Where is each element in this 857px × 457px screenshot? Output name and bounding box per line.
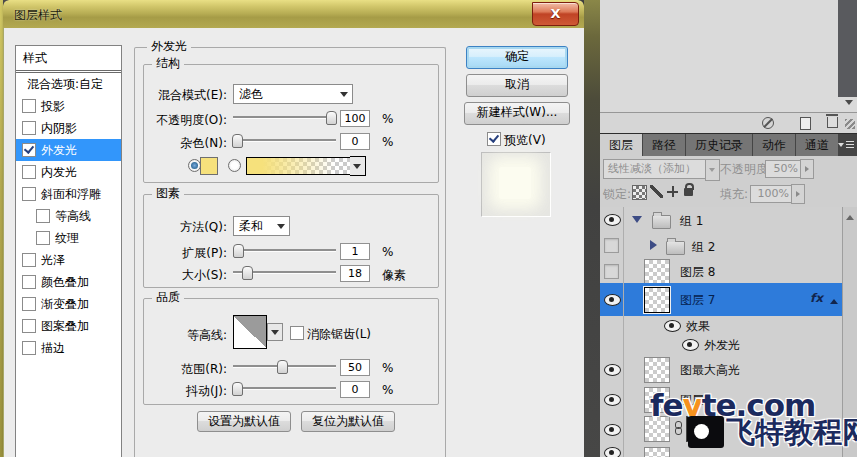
contour-picker[interactable] [233,315,267,349]
tab-actions[interactable]: 动作 [753,134,795,157]
resize-grip-icon[interactable] [845,119,855,129]
layer-row-layer-8[interactable]: 图层 8 [600,259,843,284]
delete-icon[interactable] [827,117,838,128]
layer-mask-thumbnail[interactable] [686,416,712,442]
tab-paths[interactable]: 路径 [643,134,685,157]
preview-checkbox[interactable] [487,132,501,146]
visibility-eye-icon[interactable] [604,447,621,457]
sidebar-item-stroke[interactable]: 描边 [16,337,121,359]
blend-mode-select[interactable]: 滤色 [233,84,353,104]
checkbox-checked[interactable] [22,143,36,157]
checkbox[interactable] [36,209,50,223]
layer-blend-mode-select[interactable]: 线性减淡（添加） [603,159,709,179]
expander-down-icon[interactable] [632,216,642,228]
size-input[interactable] [340,265,370,282]
sidebar-item-blending-options[interactable]: 混合选项:自定 [16,73,121,95]
expander-right-icon[interactable] [650,240,662,250]
sidebar-item-texture[interactable]: 纹理 [16,227,121,249]
clear-style-icon[interactable] [762,117,774,129]
lock-paint-icon[interactable] [650,185,663,198]
scroll-down-icon[interactable] [845,100,853,109]
visibility-eye-icon[interactable] [604,294,621,306]
layer-thumbnail[interactable] [644,447,670,457]
fx-badge[interactable]: fx [810,291,823,305]
jitter-slider[interactable] [233,381,336,394]
dialog-titlebar[interactable]: 图层样式 X [3,0,584,29]
fill-value[interactable]: 100% [750,185,794,203]
size-slider[interactable] [233,265,336,278]
tab-history[interactable]: 历史记录 [686,134,752,157]
sidebar-item-outer-glow[interactable]: 外发光 [16,139,121,161]
spread-slider[interactable] [233,243,336,256]
mask-link-icon[interactable] [674,421,682,435]
visibility-well[interactable] [604,264,619,279]
tab-channels[interactable]: 通道 [796,134,838,157]
checkbox[interactable] [36,231,50,245]
range-slider[interactable] [233,359,336,372]
sidebar-item-contour[interactable]: 等高线 [16,205,121,227]
sidebar-item-drop-shadow[interactable]: 投影 [16,95,121,117]
layer-row-obscured[interactable]: 图层 [600,385,843,415]
sidebar-item-gradient-overlay[interactable]: 渐变叠加 [16,293,121,315]
layer-thumbnail[interactable] [644,357,670,383]
visibility-eye-icon[interactable] [604,364,621,376]
opacity-input[interactable] [340,110,370,127]
visibility-eye-icon[interactable] [682,339,699,351]
visibility-well[interactable] [604,238,619,253]
layer-row-outer-glow-effect[interactable]: 外发光 [600,335,843,355]
glow-color-swatch[interactable] [200,157,218,175]
gradient-radio[interactable] [228,159,241,172]
checkbox[interactable] [22,165,36,179]
sidebar-item-satin[interactable]: 光泽 [16,249,121,271]
slider-thumb[interactable] [277,360,288,374]
slider-thumb[interactable] [232,382,243,396]
layer-thumbnail[interactable] [644,287,670,313]
sidebar-item-inner-shadow[interactable]: 内阴影 [16,117,121,139]
gradient-picker-arrow[interactable] [350,156,366,176]
cancel-button[interactable]: 取消 [466,74,568,97]
checkbox[interactable] [22,275,36,289]
new-style-button[interactable]: 新建样式(W)... [464,102,570,125]
contour-picker-arrow[interactable] [267,323,283,341]
layer-row-effects[interactable]: 效果 [600,316,843,336]
layer-thumbnail[interactable] [644,259,670,285]
layer-thumbnail[interactable] [644,387,670,413]
styles-list-header[interactable]: 样式 [16,46,121,73]
noise-input[interactable] [340,133,370,150]
slider-thumb[interactable] [232,134,243,148]
visibility-eye-icon[interactable] [604,424,621,436]
lock-transparency-icon[interactable] [632,185,647,200]
lock-position-icon[interactable] [666,185,679,198]
sidebar-item-inner-glow[interactable]: 内发光 [16,161,121,183]
slider-thumb[interactable] [233,244,244,258]
spread-input[interactable] [340,243,370,260]
set-default-button[interactable]: 设置为默认值 [197,411,291,432]
reset-default-button[interactable]: 复位为默认值 [301,411,395,432]
tab-layers[interactable]: 图层 [600,134,642,157]
layer-row-group-2[interactable]: 组 2 [600,233,843,260]
scroll-up-icon[interactable] [846,211,854,220]
panel-menu-icon[interactable] [838,141,854,151]
range-input[interactable] [340,359,370,376]
opacity-scrubber-icon[interactable] [800,159,814,179]
glow-gradient-bar[interactable] [246,157,351,175]
checkbox[interactable] [22,187,36,201]
checkbox[interactable] [22,341,36,355]
checkbox[interactable] [22,253,36,267]
layer-row-layer-7-selected[interactable]: 图层 7 fx [600,283,843,317]
layers-scrollbar[interactable] [842,207,857,457]
checkbox[interactable] [22,319,36,333]
sidebar-item-pattern-overlay[interactable]: 图案叠加 [16,315,121,337]
layer-row-partial[interactable] [600,444,843,457]
close-button[interactable]: X [532,2,579,26]
visibility-eye-icon[interactable] [604,214,621,226]
layer-row-group-1[interactable]: 组 1 [600,207,843,234]
ok-button[interactable]: 确定 [466,46,568,69]
checkbox[interactable] [22,121,36,135]
sidebar-item-bevel-emboss[interactable]: 斜面和浮雕 [16,183,121,205]
opacity-slider[interactable] [233,110,336,123]
new-item-icon[interactable] [800,117,811,130]
checkbox[interactable] [22,297,36,311]
visibility-eye-icon[interactable] [664,320,681,332]
chevron-down-icon[interactable] [705,159,720,181]
